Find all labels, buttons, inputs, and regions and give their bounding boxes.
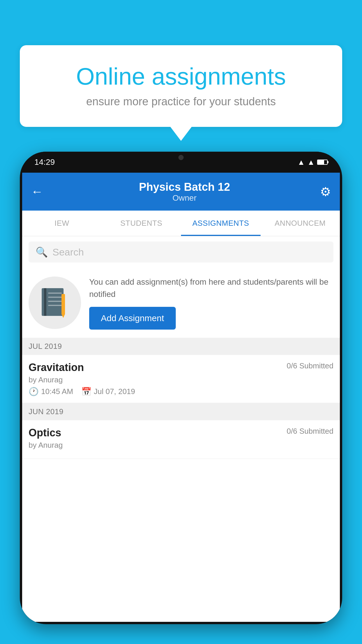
time-value: 10:45 AM <box>41 387 73 396</box>
status-bar: 14:29 ▲ ▲ <box>20 152 342 173</box>
status-icons: ▲ ▲ <box>298 158 328 167</box>
notebook-spiral <box>44 288 46 316</box>
search-placeholder: Search <box>52 246 84 258</box>
notebook-line <box>48 305 62 306</box>
promo-icon-circle <box>29 276 81 329</box>
notch <box>164 152 198 163</box>
settings-icon[interactable]: ⚙ <box>320 185 331 199</box>
assignment-status-optics: 0/6 Submitted <box>287 427 333 436</box>
speech-bubble-container: Online assignments ensure more practice … <box>20 45 342 127</box>
batch-title: Physics Batch 12 <box>49 181 320 193</box>
signal-icon: ▲ <box>307 158 315 167</box>
assignment-row1-optics: Optics 0/6 Submitted <box>29 427 333 439</box>
date-value: Jul 07, 2019 <box>94 387 135 396</box>
assignment-title-optics: Optics <box>29 427 61 439</box>
batch-subtitle: Owner <box>49 193 320 203</box>
meta-date: 📅 Jul 07, 2019 <box>81 387 135 396</box>
status-time: 14:29 <box>34 158 55 167</box>
section-header-jul: JUL 2019 <box>22 338 340 355</box>
notebook-line <box>48 297 62 298</box>
search-icon: 🔍 <box>36 246 48 258</box>
tabs: IEW STUDENTS ASSIGNMENTS ANNOUNCEM <box>22 211 340 236</box>
battery-fill <box>318 160 324 164</box>
tab-iew[interactable]: IEW <box>22 211 102 236</box>
assignment-item-gravitation[interactable]: Gravitation 0/6 Submitted by Anurag 🕐 10… <box>22 355 340 403</box>
tab-students[interactable]: STUDENTS <box>102 211 181 236</box>
assignment-item-optics[interactable]: Optics 0/6 Submitted by Anurag <box>22 420 340 459</box>
assignment-meta: 🕐 10:45 AM 📅 Jul 07, 2019 <box>29 387 333 396</box>
notebook-line <box>48 293 62 294</box>
phone-frame: 14:29 ▲ ▲ ← Physics Batch 12 Owner <box>20 152 342 624</box>
wifi-icon: ▲ <box>298 158 305 167</box>
battery-icon <box>317 160 328 165</box>
add-assignment-button[interactable]: Add Assignment <box>89 307 176 330</box>
promo-description: You can add assignment(s) from here and … <box>89 276 333 300</box>
screen: ← Physics Batch 12 Owner ⚙ IEW STUDENTS … <box>22 173 340 622</box>
speech-bubble-title: Online assignments <box>43 63 319 90</box>
clock-icon: 🕐 <box>29 387 39 396</box>
meta-time: 🕐 10:45 AM <box>29 387 73 396</box>
assignment-row1: Gravitation 0/6 Submitted <box>29 361 333 374</box>
speech-bubble-subtitle: ensure more practice for your students <box>43 95 319 108</box>
calendar-icon: 📅 <box>81 387 92 396</box>
section-header-jun: JUN 2019 <box>22 403 340 420</box>
front-camera <box>178 155 184 160</box>
search-container: 🔍 Search <box>22 236 340 268</box>
notebook-body <box>42 288 64 316</box>
phone-container: 14:29 ▲ ▲ ← Physics Batch 12 Owner <box>20 152 342 624</box>
assignment-title: Gravitation <box>29 361 84 374</box>
promo-section: You can add assignment(s) from here and … <box>22 268 340 338</box>
tab-announcements[interactable]: ANNOUNCEM <box>261 211 340 236</box>
notebook-line <box>48 301 62 302</box>
notebook-icon <box>42 288 68 317</box>
app-bar-title: Physics Batch 12 Owner <box>49 181 320 203</box>
pencil-icon <box>61 294 65 314</box>
tab-assignments[interactable]: ASSIGNMENTS <box>181 211 261 236</box>
notebook-lines <box>48 293 62 306</box>
assignment-status: 0/6 Submitted <box>287 361 333 370</box>
search-bar[interactable]: 🔍 Search <box>29 242 333 262</box>
app-bar: ← Physics Batch 12 Owner ⚙ <box>22 173 340 211</box>
promo-text-area: You can add assignment(s) from here and … <box>89 276 333 330</box>
assignment-author-optics: by Anurag <box>29 441 333 450</box>
back-button[interactable]: ← <box>31 185 43 199</box>
assignment-author: by Anurag <box>29 375 333 384</box>
speech-bubble: Online assignments ensure more practice … <box>20 45 342 127</box>
